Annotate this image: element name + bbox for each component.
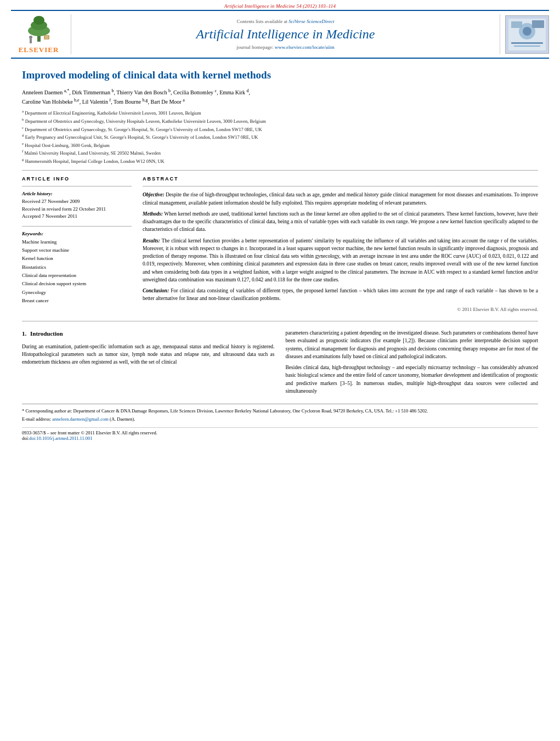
objective-text: Despite the rise of high-throughput tech… (143, 192, 538, 205)
affiliation-b: b Department of Obstetrics and Gynecolog… (22, 117, 538, 125)
abstract-results: Results: The clinical kernel function pr… (143, 237, 538, 284)
journal-title: Artificial Intelligence in Medicine (196, 26, 375, 42)
affiliation-f: f Malmö University Hospital, Lund Univer… (22, 149, 538, 157)
keyword-gynecology: Gynecology (22, 289, 132, 297)
svg-point-3 (33, 16, 44, 25)
sciverse-line: Contents lists available at SciVerse Sci… (237, 19, 334, 24)
affiliations: a Department of Electrical Engineering, … (22, 109, 538, 165)
svg-rect-17 (532, 20, 544, 28)
bottom-identifiers: 0933-3657/$ – see front matter © 2011 El… (22, 427, 538, 441)
keywords-label: Keywords: (22, 231, 132, 236)
article-title: Improved modeling of clinical data with … (22, 69, 538, 82)
svg-point-13 (523, 27, 531, 36)
corresponding-footnote: * Corresponding author at: Department of… (22, 408, 538, 415)
svg-rect-14 (511, 42, 543, 44)
page: Artificial Intelligence in Medicine 54 (… (0, 0, 560, 741)
main-content-columns: 1. Introduction During an examination, p… (22, 329, 538, 398)
footnotes: * Corresponding author at: Department of… (22, 404, 538, 423)
intro-para-2: parameters characterizing a patient depe… (286, 329, 539, 360)
keyword-biostatistics: Biostatistics (22, 263, 132, 271)
section-divider-intro (22, 321, 538, 321)
cover-image-svg (506, 16, 548, 53)
svg-point-4 (29, 36, 32, 39)
info-abstract-columns: ARTICLE INFO Article history: Received 2… (22, 176, 538, 313)
svg-rect-16 (511, 21, 522, 28)
article-history: Article history: Received 27 November 20… (22, 191, 132, 220)
abstract-content: Objective: Despite the rise of high-thro… (143, 191, 538, 313)
homepage-link[interactable]: www.elsevier.com/locate/aiim (275, 44, 335, 50)
divider-heading-info (22, 186, 132, 186)
results-label: Results: (143, 238, 160, 244)
results-text: The clinical kernel function provides a … (143, 238, 538, 282)
methods-label: Methods: (143, 211, 163, 217)
affiliation-e: e Hospital Oost-Limburg, 3600 Genk, Belg… (22, 141, 538, 149)
abstract-conclusion: Conclusion: For clinical data consisting… (143, 287, 538, 303)
abstract-column: ABSTRACT Objective: Despite the rise of … (143, 176, 538, 313)
sciverse-link[interactable]: SciVerse ScienceDirect (289, 19, 334, 24)
keywords-section: Keywords: Machine learning Support vecto… (22, 231, 132, 305)
divider-affiliations (22, 170, 538, 171)
affiliation-d: d Early Pregnancy and Gynecological Unit… (22, 133, 538, 141)
elsevier-logo: ELSEVIER (11, 14, 71, 54)
copyright-line: © 2011 Elsevier B.V. All rights reserved… (143, 306, 538, 314)
journal-header: ELSEVIER Contents lists available at Sci… (11, 10, 549, 59)
received-date: Received 27 November 2009 (22, 198, 132, 206)
intro-heading: 1. Introduction (22, 329, 275, 338)
article-info-column: ARTICLE INFO Article history: Received 2… (22, 176, 132, 313)
elsevier-tree-icon (20, 14, 58, 44)
keywords-list: Machine learning Support vector machine … (22, 238, 132, 305)
cover-image (505, 15, 549, 54)
journal-citation: Artificial Intelligence in Medicine 54 (… (224, 3, 336, 9)
keyword-svm: Support vector machine (22, 246, 132, 254)
doi-line: doi:doi:10.1016/j.artmed.2011.11.001 (22, 435, 538, 441)
intro-title: Introduction (30, 330, 63, 337)
abstract-heading: ABSTRACT (143, 176, 538, 182)
email-footnote: E-mail address: anneleen.daemen@gmail.co… (22, 416, 538, 423)
email-address[interactable]: anneleen.daemen@gmail.com (52, 416, 109, 422)
affiliation-g: g Hammersmith Hospital, Imperial College… (22, 157, 538, 165)
intro-para-1: During an examination, patient-specific … (22, 343, 275, 366)
svg-rect-5 (30, 39, 32, 43)
keyword-machine-learning: Machine learning (22, 238, 132, 246)
conclusion-text: For clinical data consisting of variable… (143, 288, 538, 301)
email-note: (A. Daemen). (110, 416, 135, 422)
keyword-cdss: Clinical decision support system (22, 280, 132, 288)
affiliation-a: a Department of Electrical Engineering, … (22, 109, 538, 117)
intro-number: 1. (22, 330, 26, 337)
abstract-objective: Objective: Despite the rise of high-thro… (143, 191, 538, 207)
received-revised-date: Received in revised form 22 October 2011 (22, 206, 132, 213)
journal-thumbnail (500, 14, 549, 54)
journal-citation-bar: Artificial Intelligence in Medicine 54 (… (0, 0, 560, 10)
methods-text: When kernel methods are used, traditiona… (143, 211, 538, 233)
objective-label: Objective: (143, 192, 165, 197)
main-right-column: parameters characterizing a patient depe… (286, 329, 539, 398)
intro-para-3: Besides clinical data, high-throughput t… (286, 364, 539, 395)
authors-line: Anneleen Daemen a,*, Dirk Timmerman b, T… (22, 88, 538, 107)
email-label: E-mail address: (22, 416, 51, 422)
article-body: Improved modeling of clinical data with … (0, 69, 560, 441)
main-left-column: 1. Introduction During an examination, p… (22, 329, 275, 398)
affiliation-c: c Department of Obstetrics and Gynaecolo… (22, 125, 538, 133)
keyword-breast-cancer: Breast cancer (22, 297, 132, 305)
divider-heading-abstract (143, 186, 538, 186)
accepted-date: Accepted 7 November 2011 (22, 213, 132, 220)
elsevier-brand: ELSEVIER (19, 46, 59, 54)
issn-line: 0933-3657/$ – see front matter © 2011 El… (22, 430, 538, 435)
history-label: Article history: (22, 191, 132, 196)
journal-center: Contents lists available at SciVerse Sci… (71, 14, 500, 54)
svg-rect-15 (514, 46, 540, 47)
conclusion-label: Conclusion: (143, 288, 169, 293)
article-info-heading: ARTICLE INFO (22, 176, 132, 182)
abstract-methods: Methods: When kernel methods are used, t… (143, 210, 538, 234)
keyword-kernel: Kernel function (22, 254, 132, 263)
keyword-clinical-data: Clinical data representation (22, 271, 132, 280)
journal-homepage: journal homepage: www.elsevier.com/locat… (236, 44, 334, 50)
divider-history-keywords (22, 226, 132, 227)
doi-link[interactable]: doi:10.1016/j.artmed.2011.11.001 (29, 435, 92, 441)
